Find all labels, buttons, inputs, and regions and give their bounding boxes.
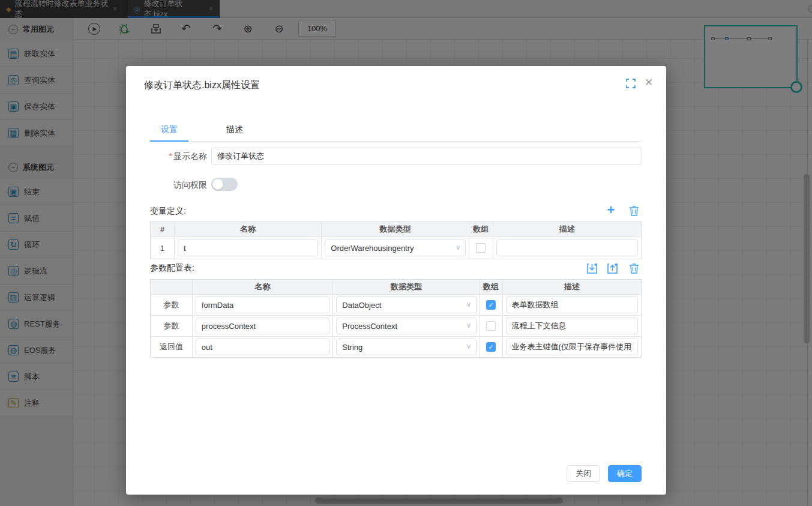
download-plus-icon: [586, 263, 598, 274]
trash-icon: [629, 263, 639, 274]
export-params-icon[interactable]: [606, 262, 618, 274]
param-row: 参数 ∨: [151, 315, 641, 336]
add-variable-icon[interactable]: +: [605, 204, 617, 216]
param-kind: 参数: [151, 295, 193, 315]
dialog-title: 修改订单状态.bizx属性设置: [144, 79, 260, 92]
variable-name-input[interactable]: [178, 239, 318, 256]
variables-table: # 名称 数据类型 数组 描述 1 ∨: [150, 221, 642, 259]
variable-type-select[interactable]: ∨: [325, 239, 465, 256]
params-table: 名称 数据类型 数组 描述 参数 ∨ ✓ 参数: [150, 279, 642, 358]
fullscreen-icon[interactable]: [626, 79, 636, 88]
param-type-select[interactable]: ∨: [336, 318, 476, 334]
variables-header-row: # 名称 数据类型 数组 描述: [151, 222, 641, 236]
delete-param-icon[interactable]: [628, 262, 640, 274]
access-permission-label: 访问权限: [147, 180, 207, 191]
variables-section-label: 变量定义:: [150, 206, 186, 217]
toggle-knob: [212, 179, 223, 190]
upload-plus-icon: [607, 263, 618, 274]
param-name-input[interactable]: [196, 339, 329, 355]
variable-array-checkbox[interactable]: [476, 243, 486, 253]
trash-icon: [629, 205, 639, 216]
ok-button[interactable]: 确定: [608, 465, 642, 482]
import-params-icon[interactable]: [586, 262, 598, 274]
close-button[interactable]: 关闭: [567, 465, 600, 482]
param-desc-input[interactable]: [506, 339, 638, 355]
display-name-label: *显示名称: [147, 151, 207, 162]
param-array-checkbox[interactable]: [486, 321, 496, 331]
param-desc-input[interactable]: [506, 318, 638, 334]
variable-type-value[interactable]: [325, 239, 465, 256]
app-window: ◆ 流程流转时修改表单业务状态 × ◎ 修改订单状态.bizx × ▶: [0, 0, 812, 506]
param-type-value[interactable]: [336, 339, 476, 355]
param-type-select[interactable]: ∨: [336, 339, 476, 355]
param-row: 参数 ∨ ✓: [151, 294, 641, 315]
param-array-checkbox[interactable]: ✓: [486, 342, 496, 352]
params-section-label: 参数配置表:: [150, 263, 194, 274]
access-permission-toggle[interactable]: [211, 178, 238, 191]
variable-row: 1 ∨: [151, 236, 641, 259]
properties-dialog: 修改订单状态.bizx属性设置 ✕ 设置 描述 *显示名称 访问权限 变量定义:…: [126, 66, 666, 495]
param-kind: 返回值: [151, 337, 193, 357]
dialog-tabs: 设置 描述: [150, 119, 642, 142]
param-kind: 参数: [151, 316, 193, 336]
tab-settings[interactable]: 设置: [150, 119, 188, 141]
close-icon[interactable]: ✕: [645, 76, 653, 89]
param-name-input[interactable]: [196, 318, 329, 334]
param-name-input[interactable]: [196, 297, 329, 313]
params-header-row: 名称 数据类型 数组 描述: [151, 280, 641, 294]
param-row: 返回值 ∨ ✓: [151, 336, 641, 357]
param-type-value[interactable]: [336, 297, 476, 313]
row-index: 1: [151, 237, 175, 259]
display-name-input[interactable]: [211, 148, 642, 164]
variable-desc-input[interactable]: [496, 239, 638, 256]
param-desc-input[interactable]: [506, 297, 638, 313]
param-type-select[interactable]: ∨: [336, 297, 476, 313]
param-type-value[interactable]: [336, 318, 476, 334]
required-star: *: [169, 151, 172, 161]
tab-description[interactable]: 描述: [215, 119, 254, 141]
delete-variable-icon[interactable]: [628, 205, 640, 217]
param-array-checkbox[interactable]: ✓: [486, 300, 496, 310]
